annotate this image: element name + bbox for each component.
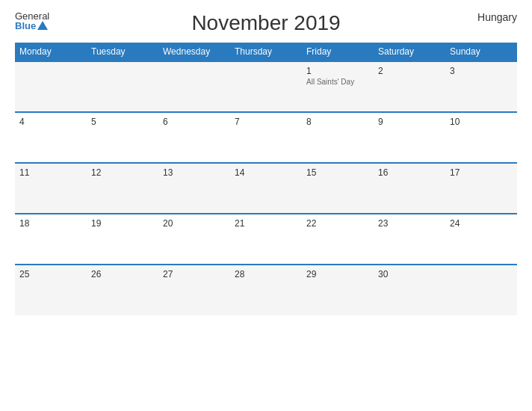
table-row: 16	[374, 163, 445, 214]
day-number: 19	[91, 218, 154, 229]
day-number: 13	[163, 167, 226, 178]
col-sunday: Sunday	[445, 43, 517, 61]
calendar-week-row: 11121314151617	[15, 163, 517, 214]
day-number: 1	[306, 66, 369, 76]
table-row: 15	[302, 163, 374, 214]
col-tuesday: Tuesday	[87, 43, 158, 61]
calendar-header-row: Monday Tuesday Wednesday Thursday Friday…	[15, 43, 517, 61]
day-number: 2	[378, 66, 441, 76]
day-number: 10	[450, 117, 513, 127]
table-row: 21	[230, 214, 302, 265]
day-number: 4	[19, 117, 82, 127]
day-number: 20	[163, 218, 226, 229]
col-wednesday: Wednesday	[158, 43, 230, 61]
table-row: 27	[158, 265, 230, 315]
day-number: 26	[91, 269, 154, 279]
calendar-week-row: 252627282930	[15, 265, 517, 315]
logo-blue-text: Blue	[15, 21, 49, 31]
calendar-week-row: 45678910	[15, 112, 517, 163]
day-number: 28	[235, 269, 297, 279]
table-row: 24	[445, 214, 517, 265]
day-number: 23	[378, 218, 441, 229]
day-number: 18	[19, 218, 82, 229]
day-number: 3	[450, 66, 513, 76]
table-row: 5	[87, 112, 158, 163]
table-row: 9	[374, 112, 445, 163]
day-number: 24	[450, 218, 513, 229]
col-monday: Monday	[15, 43, 87, 61]
day-number: 15	[306, 167, 369, 178]
day-number: 17	[450, 167, 513, 178]
day-number: 12	[91, 167, 154, 178]
table-row: 11	[15, 163, 87, 214]
col-thursday: Thursday	[230, 43, 302, 61]
table-row: 14	[230, 163, 302, 214]
table-row: 18	[15, 214, 87, 265]
col-friday: Friday	[302, 43, 374, 61]
calendar-table: Monday Tuesday Wednesday Thursday Friday…	[15, 43, 517, 315]
table-row	[230, 61, 302, 112]
day-number: 21	[235, 218, 297, 229]
table-row: 10	[445, 112, 517, 163]
table-row: 6	[158, 112, 230, 163]
day-number: 29	[306, 269, 369, 279]
table-row: 22	[302, 214, 374, 265]
country-label: Hungary	[477, 11, 517, 23]
day-number: 8	[306, 117, 369, 127]
logo-triangle-icon	[37, 21, 48, 30]
day-number: 5	[91, 117, 154, 127]
day-number: 6	[163, 117, 226, 127]
day-number: 16	[378, 167, 441, 178]
table-row: 13	[158, 163, 230, 214]
day-number: 22	[306, 218, 369, 229]
calendar-week-row: 18192021222324	[15, 214, 517, 265]
table-row: 1All Saints' Day	[302, 61, 374, 112]
table-row: 29	[302, 265, 374, 315]
day-number: 30	[378, 269, 441, 279]
day-number: 11	[19, 167, 82, 178]
day-number: 7	[235, 117, 297, 127]
table-row: 28	[230, 265, 302, 315]
table-row: 8	[302, 112, 374, 163]
table-row: 19	[87, 214, 158, 265]
holiday-label: All Saints' Day	[306, 78, 369, 86]
table-row	[15, 61, 87, 112]
header: General Blue November 2019 Hungary	[15, 11, 517, 35]
day-number: 14	[235, 167, 297, 178]
table-row: 7	[230, 112, 302, 163]
table-row: 2	[374, 61, 445, 112]
calendar-page: General Blue November 2019 Hungary Monda…	[0, 0, 532, 411]
table-row: 12	[87, 163, 158, 214]
logo: General Blue	[15, 11, 49, 31]
table-row	[445, 265, 517, 315]
table-row: 30	[374, 265, 445, 315]
day-number: 9	[378, 117, 441, 127]
col-saturday: Saturday	[374, 43, 445, 61]
table-row: 3	[445, 61, 517, 112]
table-row: 23	[374, 214, 445, 265]
table-row: 17	[445, 163, 517, 214]
table-row: 26	[87, 265, 158, 315]
table-row: 20	[158, 214, 230, 265]
table-row: 25	[15, 265, 87, 315]
calendar-week-row: 1All Saints' Day23	[15, 61, 517, 112]
day-number: 27	[163, 269, 226, 279]
day-number: 25	[19, 269, 82, 279]
table-row	[158, 61, 230, 112]
table-row	[87, 61, 158, 112]
table-row: 4	[15, 112, 87, 163]
page-title: November 2019	[191, 11, 340, 35]
